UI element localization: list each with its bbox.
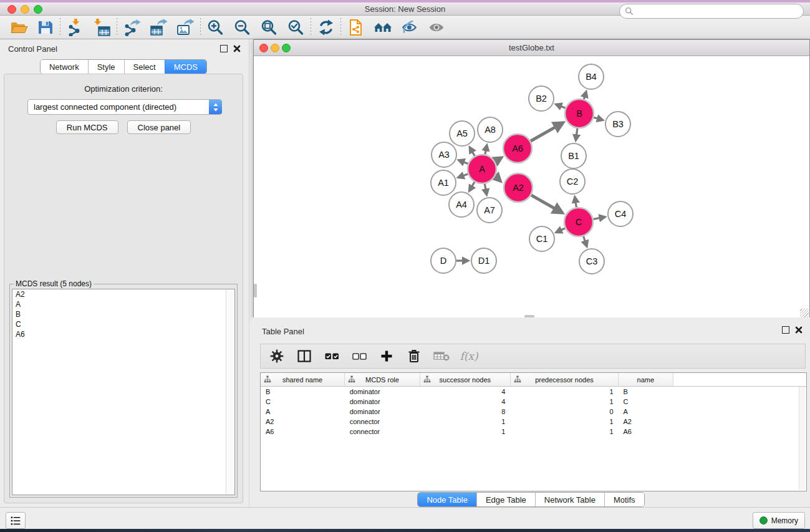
table-settings-button[interactable]	[267, 347, 287, 365]
split-panel-button[interactable]	[294, 347, 314, 365]
graph-node-C3[interactable]: C3	[579, 249, 604, 274]
mcds-result-list[interactable]: A2ABCA6	[12, 289, 235, 495]
table-cell[interactable]: dominator	[345, 407, 420, 417]
save-session-button[interactable]	[32, 17, 59, 37]
zoom-in-button[interactable]	[202, 17, 229, 37]
graph-node-D[interactable]: D	[431, 248, 456, 273]
table-cell[interactable]: A6	[261, 427, 345, 437]
table-row[interactable]: Adominator80A	[261, 407, 806, 417]
search-box[interactable]	[619, 4, 804, 19]
edge-B-B3[interactable]	[594, 117, 597, 118]
edge-A-A3[interactable]	[464, 162, 468, 164]
refresh-view-button[interactable]	[312, 17, 339, 37]
graph-node-B1[interactable]: B1	[561, 143, 586, 168]
import-table-from-file-button[interactable]	[89, 17, 115, 37]
edge-A-A5[interactable]	[473, 152, 475, 156]
graph-node-B2[interactable]: B2	[529, 86, 554, 111]
table-cell[interactable]: 1	[510, 427, 618, 437]
toggle-graphics-details-button[interactable]	[396, 17, 423, 37]
tab-mcds[interactable]: MCDS	[165, 60, 206, 74]
edge-A-A4[interactable]	[472, 182, 475, 186]
graph-node-A5[interactable]: A5	[450, 121, 475, 146]
export-network-button[interactable]	[118, 17, 145, 37]
edge-C-C4[interactable]	[594, 218, 600, 220]
close-table-panel-icon[interactable]	[795, 326, 803, 334]
select-all-columns-button[interactable]	[322, 347, 342, 365]
table-row[interactable]: A6connector11A6	[261, 427, 806, 437]
network-window-titlebar[interactable]: testGlobe.txt	[254, 40, 809, 56]
delete-column-button[interactable]	[404, 347, 424, 365]
window-resize-grip[interactable]	[800, 309, 809, 317]
table-cell[interactable]: connector	[345, 417, 420, 427]
task-history-button[interactable]	[6, 512, 26, 529]
table-cell[interactable]: connector	[345, 427, 420, 437]
float-table-panel-icon[interactable]	[782, 326, 789, 334]
import-network-from-file-button[interactable]	[62, 17, 89, 37]
table-cell[interactable]: 1	[510, 417, 618, 427]
table-cell[interactable]: 4	[420, 397, 510, 407]
table-row[interactable]: Cdominator41C	[261, 397, 806, 407]
column-header-name[interactable]: name	[619, 373, 673, 387]
add-column-button[interactable]	[377, 347, 397, 365]
tab-network[interactable]: Network	[41, 60, 88, 74]
table-cell[interactable]: dominator	[345, 397, 420, 407]
delete-table-button[interactable]	[432, 347, 451, 365]
table-cell[interactable]: 4	[420, 387, 510, 397]
table-cell[interactable]: 1	[510, 397, 618, 407]
graph-node-A3[interactable]: A3	[432, 142, 456, 167]
column-header-shared-name[interactable]: shared name	[261, 373, 345, 387]
node-table[interactable]: shared nameMCDS rolesuccessor nodesprede…	[260, 372, 807, 491]
table-cell[interactable]: dominator	[345, 387, 420, 397]
graph-node-A1[interactable]: A1	[431, 170, 456, 195]
tab-edge-table[interactable]: Edge Table	[476, 493, 535, 506]
table-cell[interactable]: B	[261, 387, 345, 397]
edge-B-B4[interactable]	[584, 97, 584, 100]
graph-node-A4[interactable]: A4	[449, 192, 474, 217]
graph-node-C2[interactable]: C2	[560, 169, 585, 194]
function-builder-button[interactable]: f(x)	[459, 347, 479, 365]
birds-eye-view-button[interactable]	[423, 17, 450, 37]
export-image-button[interactable]	[172, 17, 199, 37]
graph-node-B3[interactable]: B3	[605, 112, 630, 137]
edge-C-C3[interactable]	[584, 236, 586, 241]
table-cell[interactable]: C	[619, 397, 673, 407]
panel-divider[interactable]	[249, 39, 249, 507]
table-cell[interactable]: A6	[619, 427, 673, 437]
table-cell[interactable]: A2	[261, 417, 345, 427]
edge-A-A7[interactable]	[485, 184, 486, 190]
mcds-result-item[interactable]: A2	[12, 289, 234, 299]
edge-A6-B[interactable]	[531, 127, 555, 141]
graph-node-B[interactable]: B	[565, 99, 594, 128]
table-cell[interactable]: 1	[510, 387, 618, 397]
network-canvas[interactable]: AA6A2BCA5A8A3A1A4A7B4B2B3B1C2C4C1C3DD1	[254, 56, 809, 318]
mcds-result-item[interactable]: A	[12, 299, 234, 309]
criterion-dropdown[interactable]: largest connected component (directed)	[27, 99, 222, 115]
edge-C-C2[interactable]	[576, 203, 576, 208]
graph-node-A8[interactable]: A8	[478, 117, 503, 142]
canvas-vertical-scroll-thumb[interactable]	[254, 284, 257, 297]
open-file-button[interactable]	[5, 17, 32, 37]
table-cell[interactable]: A	[261, 407, 345, 417]
column-header-successor-nodes[interactable]: successor nodes	[420, 373, 510, 387]
graph-node-C4[interactable]: C4	[608, 201, 633, 226]
tab-node-table[interactable]: Node Table	[418, 493, 476, 506]
export-table-button[interactable]	[145, 17, 172, 37]
column-header-MCDS-role[interactable]: MCDS role	[345, 373, 420, 387]
network-graph[interactable]: AA6A2BCA5A8A3A1A4A7B4B2B3B1C2C4C1C3DD1	[254, 56, 808, 317]
table-cell[interactable]: 1	[420, 427, 510, 437]
graph-node-B4[interactable]: B4	[579, 64, 604, 89]
edge-B-B1[interactable]	[577, 128, 577, 135]
table-cell[interactable]: 0	[510, 407, 618, 417]
tab-network-table[interactable]: Network Table	[535, 493, 604, 506]
home-view-button[interactable]	[369, 17, 396, 37]
close-panel-button[interactable]: Close panel	[127, 120, 191, 134]
search-input[interactable]	[636, 6, 803, 16]
edge-A-A1[interactable]	[463, 174, 468, 176]
zoom-out-button[interactable]	[229, 17, 256, 37]
graph-node-C1[interactable]: C1	[529, 226, 554, 251]
table-row[interactable]: A2connector11A2	[261, 417, 806, 427]
table-cell[interactable]: 8	[420, 407, 510, 417]
mcds-result-item[interactable]: C	[12, 319, 234, 329]
zoom-fit-button[interactable]	[256, 17, 282, 37]
run-mcds-button[interactable]: Run MCDS	[56, 120, 118, 134]
